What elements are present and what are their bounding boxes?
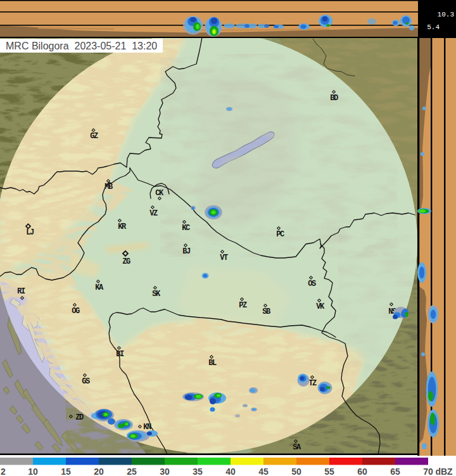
svg-text:70: 70 xyxy=(423,466,433,476)
svg-text:45: 45 xyxy=(258,466,269,476)
svg-text:BD: BD xyxy=(330,94,338,103)
svg-text:60: 60 xyxy=(357,466,367,476)
svg-text:VT: VT xyxy=(220,254,228,262)
svg-text:dBZ: dBZ xyxy=(435,466,453,476)
svg-text:SB: SB xyxy=(262,307,270,316)
svg-text:40: 40 xyxy=(225,466,236,476)
svg-text:PC: PC xyxy=(276,230,284,239)
svg-text:MB: MB xyxy=(104,183,113,191)
svg-text:BJ: BJ xyxy=(182,247,190,256)
svg-text:ZG: ZG xyxy=(122,257,130,266)
svg-text:35: 35 xyxy=(193,466,203,476)
svg-text:10.3: 10.3 xyxy=(438,11,454,18)
svg-text:20: 20 xyxy=(94,466,104,476)
svg-text:2: 2 xyxy=(1,466,6,476)
svg-text:GS: GS xyxy=(82,377,90,386)
svg-text:50: 50 xyxy=(291,466,301,476)
svg-text:30: 30 xyxy=(160,466,170,476)
svg-text:BI: BI xyxy=(116,350,124,359)
svg-text:BL: BL xyxy=(208,359,217,368)
svg-text:RI: RI xyxy=(17,287,25,296)
svg-text:LJ: LJ xyxy=(26,228,34,237)
svg-text:15: 15 xyxy=(61,466,71,476)
svg-text:ZD: ZD xyxy=(75,413,84,422)
svg-text:VZ: VZ xyxy=(149,209,158,218)
svg-text:PZ: PZ xyxy=(239,301,247,310)
svg-text:KN: KN xyxy=(143,423,151,432)
svg-text:25: 25 xyxy=(127,466,137,476)
svg-text:65: 65 xyxy=(390,466,400,476)
svg-text:5.4: 5.4 xyxy=(427,23,440,31)
svg-text:MRC Bilogora 2023-05-21 13:2: MRC Bilogora 2023-05-21 13:20 xyxy=(6,41,157,51)
svg-text:55: 55 xyxy=(324,466,334,476)
svg-text:GZ: GZ xyxy=(90,132,98,141)
svg-text:OS: OS xyxy=(308,280,316,288)
svg-text:TZ: TZ xyxy=(308,379,317,388)
svg-text:KC: KC xyxy=(182,224,190,233)
svg-text:OG: OG xyxy=(72,307,80,316)
svg-text:10: 10 xyxy=(28,466,38,476)
